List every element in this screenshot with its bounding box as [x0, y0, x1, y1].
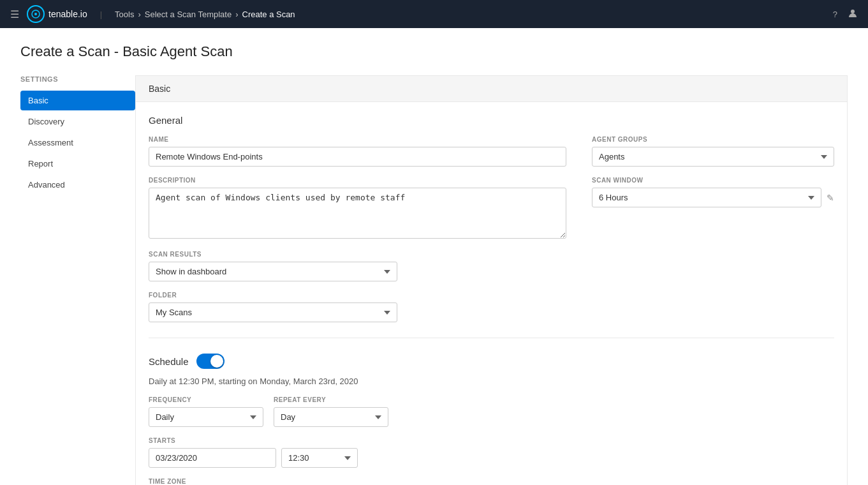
divider-1	[149, 338, 834, 338]
help-icon[interactable]: ?	[833, 10, 837, 19]
description-col: DESCRIPTION Agent scan of Windows client…	[149, 177, 566, 241]
svg-point-1	[34, 13, 37, 15]
breadcrumb-sep-1: ›	[138, 10, 140, 19]
timezone-section: TIME ZONE America/New York America/Los A…	[149, 478, 834, 485]
scan-window-edit-icon[interactable]: ✎	[827, 193, 834, 203]
schedule-title: Schedule	[149, 356, 189, 367]
svg-point-2	[851, 10, 855, 13]
schedule-description: Daily at 12:30 PM, starting on Monday, M…	[149, 377, 834, 386]
name-label: NAME	[149, 136, 566, 143]
breadcrumb-tools[interactable]: Tools	[115, 10, 134, 19]
sidebar: Settings Basic Discovery Assessment Repo…	[20, 75, 135, 485]
frequency-col: FREQUENCY Once Daily Weekly Monthly	[149, 396, 263, 427]
scan-window-row: 1 Hour 2 Hours 4 Hours 6 Hours 8 Hours 1…	[592, 188, 834, 207]
logo-area: tenable.io	[27, 5, 87, 23]
scan-results-row: SCAN RESULTS Show in dashboard Do not sh…	[149, 251, 834, 281]
description-label: DESCRIPTION	[149, 177, 566, 184]
top-navigation: ☰ tenable.io | Tools › Select a Scan Tem…	[0, 0, 868, 28]
starts-date-input[interactable]	[149, 448, 276, 468]
schedule-header: Schedule	[149, 354, 834, 369]
timezone-label: TIME ZONE	[149, 478, 834, 485]
sidebar-group-label: Settings	[20, 75, 135, 83]
description-scanwindow-row: DESCRIPTION Agent scan of Windows client…	[149, 177, 834, 241]
agent-groups-select[interactable]: Agents All Agents	[592, 147, 834, 167]
user-icon[interactable]	[848, 8, 858, 20]
folder-label: FOLDER	[149, 292, 834, 299]
name-col: NAME	[149, 136, 566, 167]
repeat-every-label: REPEAT EVERY	[274, 396, 388, 403]
main-panel: Basic General NAME AGENT GROUPS Agents A…	[135, 75, 848, 485]
scan-window-col: SCAN WINDOW 1 Hour 2 Hours 4 Hours 6 Hou…	[592, 177, 834, 241]
frequency-repeat-row: FREQUENCY Once Daily Weekly Monthly REPE…	[149, 396, 834, 427]
scan-results-label: SCAN RESULTS	[149, 251, 834, 258]
scan-results-select[interactable]: Show in dashboard Do not show	[149, 262, 397, 281]
breadcrumb: Tools › Select a Scan Template › Create …	[115, 10, 295, 19]
frequency-label: FREQUENCY	[149, 396, 263, 403]
sidebar-item-advanced[interactable]: Advanced	[20, 175, 135, 195]
breadcrumb-select-scan[interactable]: Select a Scan Template	[145, 10, 232, 19]
breadcrumb-sep-2: ›	[235, 10, 238, 19]
hamburger-menu[interactable]: ☰	[10, 8, 19, 20]
toggle-knob	[210, 355, 223, 368]
agent-groups-label: AGENT GROUPS	[592, 136, 834, 143]
sidebar-item-discovery[interactable]: Discovery	[20, 112, 135, 131]
sidebar-item-assessment[interactable]: Assessment	[20, 133, 135, 153]
nav-divider: |	[100, 10, 102, 19]
repeat-every-col: REPEAT EVERY Day Week Month	[274, 396, 388, 427]
form-area: General NAME AGENT GROUPS Agents All Age…	[135, 102, 848, 485]
section-header: Basic	[135, 75, 848, 102]
frequency-select[interactable]: Once Daily Weekly Monthly	[149, 407, 263, 427]
general-section-title: General	[149, 115, 834, 126]
sidebar-item-report[interactable]: Report	[20, 154, 135, 174]
starts-row: 12:00 12:30 13:00	[149, 448, 834, 468]
breadcrumb-create-scan: Create a Scan	[242, 10, 295, 19]
folder-row: FOLDER My Scans All Scans Trash	[149, 292, 834, 322]
scan-window-select[interactable]: 1 Hour 2 Hours 4 Hours 6 Hours 8 Hours 1…	[592, 188, 821, 207]
logo-text: tenable.io	[48, 9, 87, 19]
page-title: Create a Scan - Basic Agent Scan	[20, 43, 848, 60]
sidebar-item-basic[interactable]: Basic	[20, 91, 135, 110]
scan-window-label: SCAN WINDOW	[592, 177, 834, 184]
name-input[interactable]	[149, 147, 566, 167]
starts-label: STARTS	[149, 437, 834, 444]
agent-groups-col: AGENT GROUPS Agents All Agents	[592, 136, 834, 167]
schedule-toggle[interactable]	[196, 354, 224, 369]
starts-section: STARTS 12:00 12:30 13:00	[149, 437, 834, 468]
repeat-every-select[interactable]: Day Week Month	[274, 407, 388, 427]
name-agentgroups-row: NAME AGENT GROUPS Agents All Agents	[149, 136, 834, 167]
starts-time-select[interactable]: 12:00 12:30 13:00	[281, 448, 358, 468]
page-container: Create a Scan - Basic Agent Scan Setting…	[0, 28, 868, 485]
folder-select[interactable]: My Scans All Scans Trash	[149, 302, 397, 322]
logo-icon	[27, 5, 45, 23]
description-input[interactable]: Agent scan of Windows clients used by re…	[149, 188, 566, 239]
content-layout: Settings Basic Discovery Assessment Repo…	[20, 75, 848, 485]
